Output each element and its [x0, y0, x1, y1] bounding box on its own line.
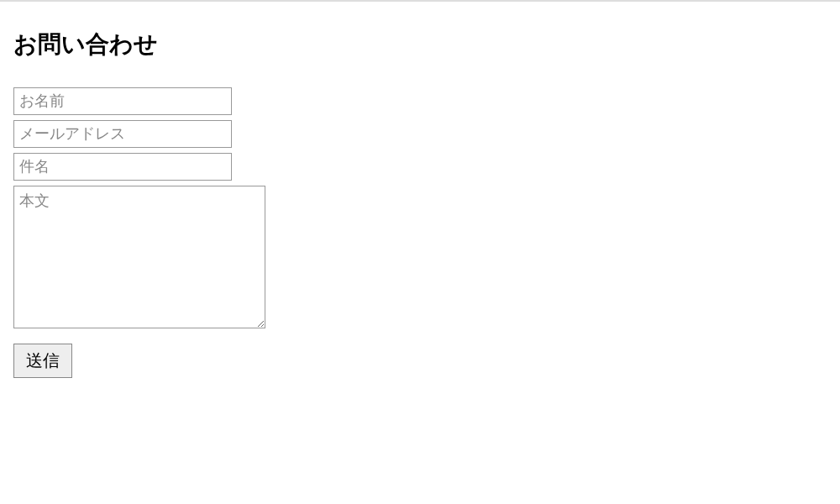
submit-button[interactable]: 送信 [13, 344, 72, 378]
email-input[interactable] [13, 120, 232, 148]
body-textarea[interactable] [13, 186, 265, 328]
contact-form: 送信 [13, 87, 827, 378]
subject-input[interactable] [13, 153, 232, 181]
name-input[interactable] [13, 87, 232, 115]
page-title: お問い合わせ [13, 29, 827, 60]
